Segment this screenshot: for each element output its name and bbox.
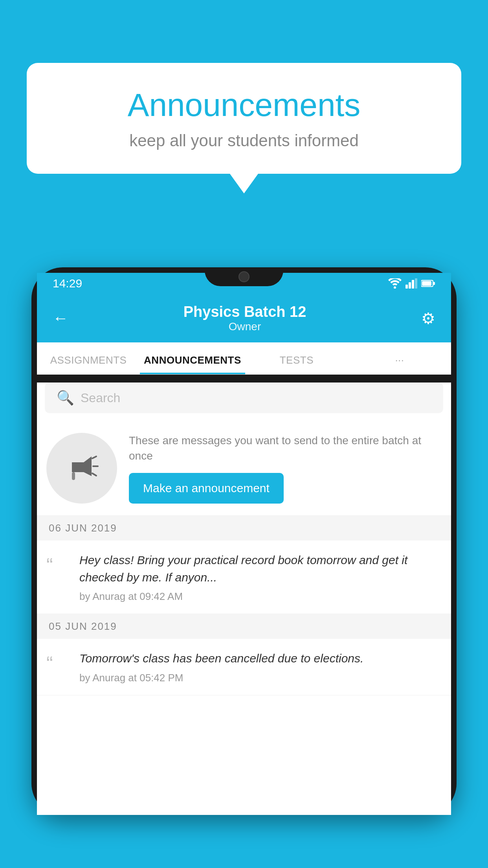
status-time: 14:29 [53,277,82,290]
svg-rect-6 [433,282,435,285]
date-divider-2: 05 JUN 2019 [37,614,451,639]
announcement-icon-circle [46,433,117,504]
make-announcement-button[interactable]: Make an announcement [129,473,284,504]
svg-rect-0 [405,285,408,289]
status-icons [388,278,435,289]
date-divider-1: 06 JUN 2019 [37,516,451,541]
tab-more[interactable]: ··· [348,342,451,374]
signal-icon [405,278,417,289]
svg-rect-1 [409,282,411,289]
announcement-text-1: Hey class! Bring your practical record b… [79,552,442,586]
search-icon: 🔍 [57,390,74,406]
empty-state-info: These are messages you want to send to t… [129,433,442,504]
announcement-author-1: by Anurag at 09:42 AM [79,590,442,603]
phone-camera [238,271,250,282]
back-button[interactable]: ← [53,309,68,327]
svg-line-9 [92,456,96,458]
announcement-content-2: Tomorrow's class has been cancelled due … [79,650,442,684]
svg-line-11 [92,473,96,476]
search-bar[interactable]: 🔍 Search [45,383,443,413]
speech-bubble-container: Announcements keep all your students inf… [27,63,461,193]
speech-bubble-arrow [230,174,258,193]
tab-announcements[interactable]: ANNOUNCEMENTS [140,342,245,374]
phone-frame: 14:29 [31,267,457,815]
quote-icon-2: “ [46,652,70,675]
announcement-item-1[interactable]: “ Hey class! Bring your practical record… [37,541,451,614]
svg-rect-5 [422,281,431,286]
empty-state: These are messages you want to send to t… [37,421,451,516]
announcement-content-1: Hey class! Bring your practical record b… [79,552,442,603]
svg-rect-7 [72,462,75,472]
announcement-text-2: Tomorrow's class has been cancelled due … [79,650,442,667]
search-placeholder: Search [81,391,120,405]
tabs-bar: ASSIGNMENTS ANNOUNCEMENTS TESTS ··· [37,342,451,375]
tab-tests[interactable]: TESTS [245,342,348,374]
header-title: Physics Batch 12 [68,303,421,320]
svg-rect-2 [412,280,414,289]
tab-assignments[interactable]: ASSIGNMENTS [37,342,140,374]
header-title-group: Physics Batch 12 Owner [68,303,421,333]
phone-notch [205,267,283,286]
app-header: ← Physics Batch 12 Owner ⚙ [37,294,451,342]
svg-rect-3 [415,278,417,289]
megaphone-icon [64,451,99,486]
announcement-item-2[interactable]: “ Tomorrow's class has been cancelled du… [37,639,451,695]
settings-button[interactable]: ⚙ [421,309,435,327]
empty-state-description: These are messages you want to send to t… [129,433,442,463]
announcement-author-2: by Anurag at 05:42 PM [79,672,442,684]
wifi-icon [388,278,402,289]
speech-bubble-title: Announcements [58,86,430,123]
speech-bubble-subtitle: keep all your students informed [58,131,430,150]
speech-bubble: Announcements keep all your students inf… [27,63,461,174]
content-area: 🔍 Search These are me [37,383,451,815]
battery-icon [421,280,435,287]
header-subtitle: Owner [68,320,421,333]
quote-icon-1: “ [46,554,70,577]
svg-rect-8 [72,472,75,480]
phone-container: 14:29 [31,267,457,868]
